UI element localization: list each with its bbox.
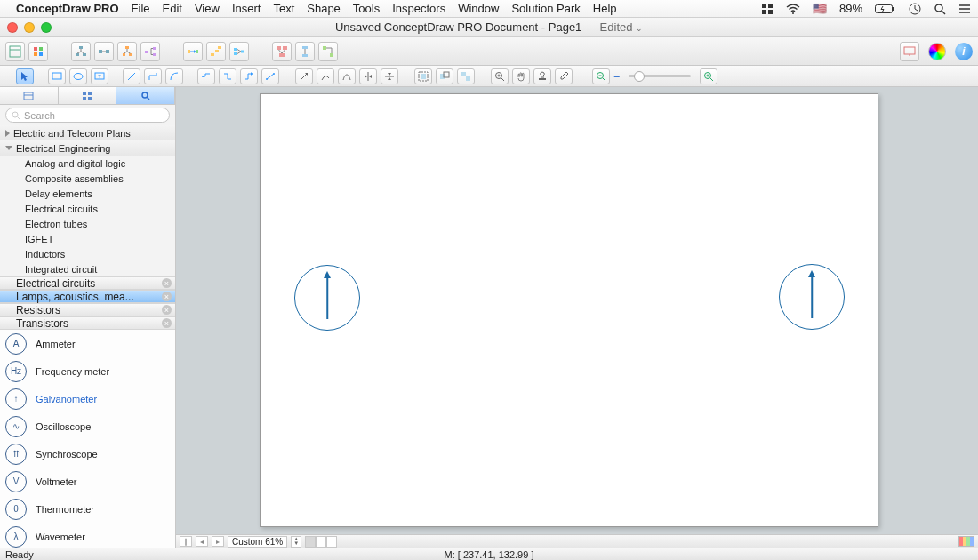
zoom-readout[interactable]: Custom 61%	[228, 536, 287, 548]
sidebar-tab-search[interactable]	[116, 87, 175, 104]
tool-group2[interactable]	[436, 68, 453, 84]
tool-curve[interactable]	[317, 68, 334, 84]
tool-steps[interactable]	[206, 42, 226, 61]
tool-arrow[interactable]	[295, 68, 313, 84]
category-transistors[interactable]: Transistors×	[0, 316, 175, 330]
page-tabs[interactable]	[305, 536, 337, 548]
tool-flow[interactable]	[183, 42, 203, 61]
page-handle[interactable]: ∥	[180, 536, 192, 547]
tool-conn1[interactable]	[197, 68, 215, 84]
close-icon[interactable]: ×	[162, 278, 172, 288]
color-strip-icon[interactable]	[958, 536, 974, 547]
search-input[interactable]: Search	[5, 108, 170, 123]
canvas-shape-galvanometer[interactable]	[779, 264, 845, 330]
tree-item[interactable]: Integrated circuit	[0, 261, 175, 276]
tool-ellipse[interactable]	[69, 68, 87, 84]
menu-insert[interactable]: Insert	[232, 2, 261, 15]
drawing-page[interactable]	[260, 93, 878, 527]
category-electrical-circuits[interactable]: Electrical circuits×	[0, 276, 175, 290]
color-wheel[interactable]	[928, 43, 946, 60]
tool-swatches[interactable]	[28, 42, 48, 61]
menu-view[interactable]: View	[195, 2, 220, 15]
menu-extra-icon[interactable]	[958, 4, 971, 14]
tool-connector-arc[interactable]	[165, 68, 183, 84]
shape-oscilloscope[interactable]: ∿Oscilloscope	[0, 412, 175, 440]
tool-org[interactable]	[117, 42, 137, 61]
wifi-icon[interactable]	[786, 4, 800, 14]
sidebar-tab-grid[interactable]	[59, 87, 117, 104]
tree-group-electrical-eng[interactable]: Electrical Engineering	[0, 140, 175, 156]
menu-help[interactable]: Help	[593, 2, 617, 15]
tool-conn2[interactable]	[219, 68, 236, 84]
tool-bezier[interactable]	[338, 68, 356, 84]
window-minimize[interactable]	[24, 22, 35, 33]
battery-icon[interactable]	[875, 4, 896, 14]
close-icon[interactable]: ×	[162, 292, 172, 301]
tool-chain[interactable]	[94, 42, 114, 61]
tool-line[interactable]	[123, 68, 140, 84]
tree-item[interactable]: Delay elements	[0, 186, 175, 201]
flag-icon[interactable]: 🇺🇸	[813, 2, 827, 15]
zoom-stepper[interactable]: ▲▼	[291, 536, 301, 548]
page-prev[interactable]: ◂	[196, 536, 208, 547]
tool-group3[interactable]	[457, 68, 475, 84]
tool-pointer[interactable]	[16, 68, 34, 84]
canvas[interactable]: ∥ ◂ ▸ Custom 61% ▲▼	[176, 87, 978, 548]
menu-edit[interactable]: Edit	[163, 2, 182, 15]
menu-shape[interactable]: Shape	[307, 2, 341, 15]
zoom-in-button[interactable]	[700, 68, 717, 84]
tool-library[interactable]	[5, 42, 25, 61]
tree-item[interactable]: Analog and digital logic	[0, 156, 175, 171]
zoom-out-button[interactable]	[592, 68, 610, 84]
tool-diagram3[interactable]	[318, 42, 338, 61]
category-resistors[interactable]: Resistors×	[0, 303, 175, 316]
menu-text[interactable]: Text	[273, 2, 294, 15]
tree-item[interactable]: IGFET	[0, 231, 175, 246]
close-icon[interactable]: ×	[162, 305, 172, 315]
tool-diagram1[interactable]	[272, 42, 292, 61]
shape-thermometer[interactable]: θThermometer	[0, 495, 175, 523]
tool-hand[interactable]	[512, 68, 530, 84]
tool-hier[interactable]	[140, 42, 160, 61]
tool-rect[interactable]	[48, 68, 66, 84]
app-name[interactable]: ConceptDraw PRO	[16, 2, 119, 15]
shape-synchroscope[interactable]: ⇈Synchroscope	[0, 440, 175, 468]
tree-item[interactable]: Inductors	[0, 246, 175, 261]
shape-voltmeter[interactable]: VVoltmeter	[0, 468, 175, 495]
menu-file[interactable]: File	[132, 2, 150, 15]
tool-conn4[interactable]	[261, 68, 279, 84]
shape-galvanometer[interactable]: ↑Galvanometer	[0, 385, 175, 412]
clock-icon[interactable]	[909, 3, 921, 15]
menu-inspectors[interactable]: Inspectors	[392, 2, 445, 15]
spotlight-icon[interactable]	[934, 3, 946, 15]
tool-eyedrop[interactable]	[555, 68, 573, 84]
shape-frequency-meter[interactable]: HzFrequency meter	[0, 357, 175, 385]
tool-process[interactable]	[229, 42, 249, 61]
tool-tree[interactable]	[71, 42, 91, 61]
menu-solution-park[interactable]: Solution Park	[511, 2, 580, 15]
tool-flip-v[interactable]	[381, 68, 398, 84]
close-icon[interactable]: ×	[162, 318, 172, 328]
tool-flip-h[interactable]	[359, 68, 377, 84]
tool-group1[interactable]	[414, 68, 432, 84]
tool-zoom-in[interactable]	[491, 68, 509, 84]
tool-conn3[interactable]	[240, 68, 258, 84]
category-lamps-acoustics[interactable]: Lamps, acoustics, mea...×	[0, 290, 175, 303]
presentation-button[interactable]	[900, 42, 919, 61]
zoom-slider[interactable]	[629, 75, 691, 77]
tree-item[interactable]: Electrical circuits	[0, 201, 175, 216]
tool-diagram2[interactable]	[295, 42, 315, 61]
info-icon[interactable]: i	[955, 43, 973, 60]
shape-ammeter[interactable]: AAmmeter	[0, 330, 175, 357]
tree-item[interactable]: Composite assemblies	[0, 171, 175, 186]
canvas-shape-galvanometer[interactable]	[294, 265, 360, 331]
grid-icon[interactable]	[761, 3, 774, 15]
shape-wavemeter[interactable]: λWavemeter	[0, 523, 175, 548]
page-next[interactable]: ▸	[212, 536, 224, 547]
tool-text[interactable]: T	[91, 68, 108, 84]
sidebar-tab-libs[interactable]	[0, 87, 59, 104]
tree-item[interactable]: Electron tubes	[0, 216, 175, 231]
tree-group-electric-telecom[interactable]: Electric and Telecom Plans	[0, 125, 175, 140]
tool-stamp[interactable]	[533, 68, 551, 84]
window-close[interactable]	[7, 22, 18, 33]
